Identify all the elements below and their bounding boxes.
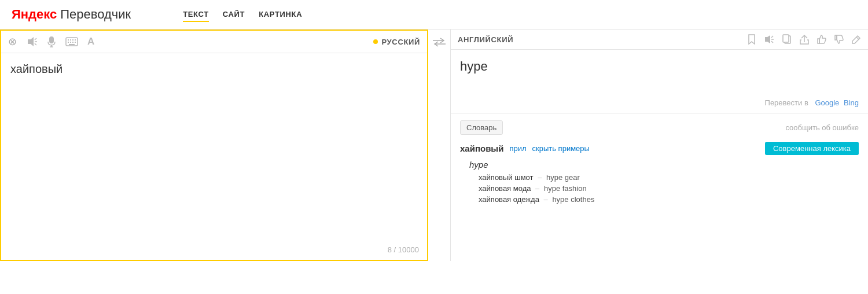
example-dash-3: –: [544, 195, 548, 204]
volume-icon[interactable]: [26, 36, 38, 47]
result-volume-icon[interactable]: [764, 35, 774, 44]
example-en-3: hype clothes: [552, 195, 594, 204]
thumbs-up-icon[interactable]: [817, 34, 826, 45]
svg-rect-8: [68, 39, 69, 41]
svg-line-3: [35, 43, 36, 45]
word-original: хайповый: [460, 144, 503, 153]
main-content: ⊗: [0, 30, 868, 261]
dictionary-badge: Словарь: [460, 120, 503, 135]
main-nav: ТЕКСТ САЙТ КАРТИНКА: [183, 8, 302, 22]
result-panel: АНГЛИЙСКИЙ: [450, 30, 868, 261]
result-lang-label: АНГЛИЙСКИЙ: [458, 35, 513, 44]
logo-translator: Переводчик: [60, 7, 131, 22]
hide-examples-link[interactable]: скрыть примеры: [532, 144, 590, 153]
bookmark-icon[interactable]: [748, 34, 756, 45]
source-textarea[interactable]: [1, 53, 427, 260]
svg-line-22: [771, 41, 773, 43]
word-header: хайповый прил скрыть примеры Современная…: [460, 142, 859, 155]
keyboard-icon[interactable]: [65, 37, 78, 46]
svg-rect-16: [69, 44, 75, 45]
word-pos: прил: [509, 144, 526, 153]
google-engine-link[interactable]: Google: [815, 98, 839, 107]
font-size-icon[interactable]: A: [87, 36, 94, 47]
svg-rect-12: [68, 42, 69, 43]
svg-marker-0: [28, 37, 34, 46]
modern-lexicon-badge: Современная лексика: [765, 142, 859, 155]
svg-rect-13: [70, 42, 71, 43]
source-lang-indicator: РУССКИЙ: [373, 38, 420, 46]
edit-icon[interactable]: [852, 35, 861, 44]
translation-result: hype: [451, 50, 868, 96]
source-panel: ⊗: [0, 30, 428, 261]
example-item-3: хайповая одежда – hype clothes: [479, 195, 859, 204]
svg-line-20: [771, 36, 773, 38]
svg-rect-4: [49, 36, 54, 43]
result-icons: [748, 34, 861, 45]
example-item-2: хайповая мода – hype fashion: [479, 184, 859, 193]
svg-line-26: [856, 37, 859, 39]
example-ru-3: хайповая одежда: [479, 195, 539, 204]
examples-list: хайповый шмот – hype gear хайповая мода …: [460, 173, 859, 204]
example-ru-2: хайповая мода: [479, 184, 531, 193]
example-en-1: hype gear: [546, 173, 580, 182]
share-icon[interactable]: [800, 34, 809, 45]
example-ru-1: хайповый шмот: [479, 173, 534, 182]
source-toolbar: ⊗: [1, 31, 427, 53]
swap-languages[interactable]: [428, 30, 450, 261]
nav-text[interactable]: ТЕКСТ: [183, 8, 209, 22]
header: Яндекс Переводчик ТЕКСТ САЙТ КАРТИНКА: [0, 0, 868, 30]
translation-word: hype: [460, 160, 859, 170]
source-lang-label: РУССКИЙ: [381, 38, 420, 46]
thumbs-down-icon[interactable]: [834, 34, 844, 45]
example-en-2: hype fashion: [544, 184, 587, 193]
logo-yandex: Яндекс: [12, 7, 57, 22]
clear-icon[interactable]: ⊗: [8, 35, 17, 48]
example-item-1: хайповый шмот – hype gear: [479, 173, 859, 182]
translate-engines: Перевести в Google Bing: [451, 96, 868, 113]
result-toolbar: АНГЛИЙСКИЙ: [451, 30, 868, 50]
nav-image[interactable]: КАРТИНКА: [259, 8, 302, 22]
nav-site[interactable]: САЙТ: [223, 8, 245, 22]
dictionary-entry: хайповый прил скрыть примеры Современная…: [460, 142, 859, 204]
dictionary-header: Словарь сообщить об ошибке: [460, 120, 859, 135]
svg-line-1: [35, 38, 36, 40]
example-dash-1: –: [538, 173, 542, 182]
svg-rect-10: [72, 39, 73, 41]
svg-marker-19: [765, 35, 770, 43]
svg-rect-15: [75, 42, 76, 43]
translate-engines-label: Перевести в: [765, 98, 808, 107]
copy-icon[interactable]: [782, 34, 792, 45]
report-error-link[interactable]: сообщить об ошибке: [785, 123, 859, 132]
dictionary-section: Словарь сообщить об ошибке хайповый прил…: [451, 113, 868, 215]
svg-rect-24: [783, 35, 789, 42]
svg-rect-11: [75, 39, 76, 41]
mic-icon[interactable]: [47, 36, 56, 47]
example-dash-2: –: [535, 184, 539, 193]
bing-engine-link[interactable]: Bing: [844, 98, 859, 107]
svg-rect-14: [72, 42, 73, 43]
logo[interactable]: Яндекс Переводчик: [12, 7, 131, 22]
svg-rect-9: [70, 39, 71, 41]
lang-dot: [373, 39, 378, 44]
char-count: 8 / 10000: [388, 245, 419, 254]
